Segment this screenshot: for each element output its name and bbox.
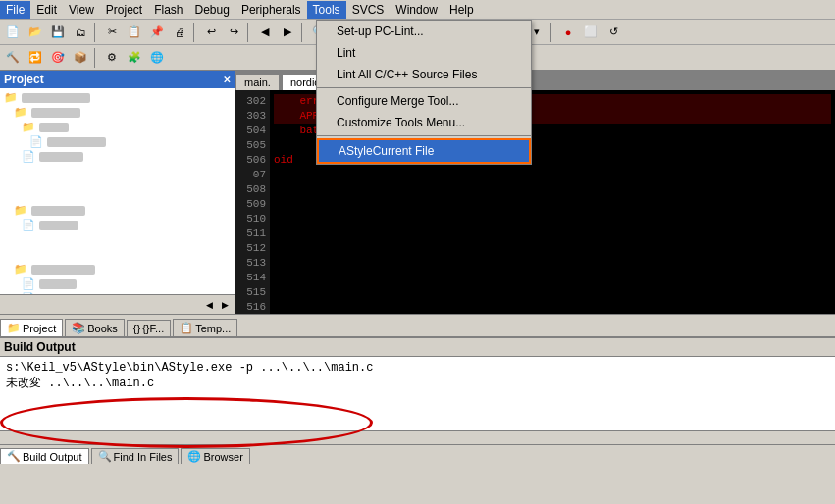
menu-astyle[interactable]: AStyleCurrent File	[317, 138, 531, 164]
build-output-line-1: s:\Keil_v5\AStyle\bin\AStyle.exe -p ...\…	[6, 361, 829, 375]
functions-tab-label: {}F...	[142, 323, 164, 334]
rebuild-btn[interactable]: 🔁	[25, 47, 46, 69]
menubar: File Edit View Project Flash Debug Perip…	[0, 0, 835, 20]
find-tab-label: Find In Files	[114, 451, 173, 463]
tree-label-1	[22, 93, 90, 103]
reset-button[interactable]: ↺	[602, 22, 624, 43]
run-button[interactable]: ●	[557, 22, 579, 43]
toolbar-sep-1	[94, 23, 98, 42]
tools-dropdown-menu[interactable]: Set-up PC-Lint... Lint Lint All C/C++ So…	[316, 20, 532, 165]
tree-item-5[interactable]: 📄	[2, 149, 233, 164]
line-num-0: 302	[239, 94, 266, 109]
sidebar: Project ✕ 📁 📁 📁 📄 📄	[0, 71, 235, 314]
line-num-14: 516	[239, 300, 266, 314]
menu-lint[interactable]: Lint	[317, 42, 531, 64]
target-img-btn[interactable]: 📦	[70, 47, 91, 69]
t2-sep1	[94, 48, 98, 68]
line-num-11: 513	[239, 256, 266, 271]
nav-fwd-button[interactable]: ▶	[277, 22, 298, 43]
tree-item-9[interactable]: 📄	[2, 277, 233, 291]
menu-setup-pclint[interactable]: Set-up PC-Lint...	[317, 21, 531, 42]
tree-item-7[interactable]: 📄	[2, 218, 233, 232]
undo-button[interactable]: ↩	[200, 22, 222, 43]
sidebar-close-button[interactable]: ✕	[223, 75, 231, 85]
horizontal-scrollbar[interactable]	[0, 430, 835, 444]
t2-btn3[interactable]: 🌐	[146, 47, 168, 69]
bottom-tab-build[interactable]: 🔨 Build Output	[0, 448, 89, 464]
redo-button[interactable]: ↪	[223, 22, 244, 43]
sidebar-tab-templates[interactable]: 📋 Temp...	[173, 319, 237, 336]
menu-file[interactable]: File	[0, 1, 30, 19]
sidebar-nav-right[interactable]: ▶	[217, 297, 233, 313]
sidebar-tab-functions[interactable]: {} {}F...	[127, 320, 171, 336]
tree-label-6	[31, 206, 85, 216]
tree-item-4[interactable]: 📄	[2, 134, 233, 149]
tree-label-2	[31, 108, 80, 118]
save-all-button[interactable]: 🗂	[70, 22, 91, 43]
tree-label-5	[39, 152, 83, 162]
sidebar-title-bar: Project ✕	[0, 71, 235, 88]
templates-tab-label: Temp...	[195, 323, 231, 334]
build-btn[interactable]: 🔨	[2, 47, 24, 69]
tree-label-4	[47, 137, 106, 147]
tree-item-8[interactable]: 📁	[2, 262, 233, 277]
print-button[interactable]: 🖨	[169, 22, 190, 43]
line-num-2: 504	[239, 124, 266, 138]
menu-project[interactable]: Project	[100, 1, 148, 19]
sidebar-nav-left[interactable]: ◀	[201, 297, 217, 313]
menu-window[interactable]: Window	[390, 1, 444, 19]
save-button[interactable]: 💾	[47, 22, 69, 43]
line-num-9: 511	[239, 227, 266, 241]
line-num-5: 07	[239, 168, 266, 182]
line-num-7: 509	[239, 197, 266, 212]
menu-view[interactable]: View	[63, 1, 100, 19]
sidebar-tree: 📁 📁 📁 📄 📄 📁	[0, 88, 235, 294]
bottom-tab-bar: 🔨 Build Output 🔍 Find In Files 🌐 Browser	[0, 444, 835, 464]
menu-lint-all[interactable]: Lint All C/C++ Source Files	[317, 64, 531, 85]
menu-svcs[interactable]: SVCS	[346, 1, 391, 19]
target-btn[interactable]: 🎯	[47, 47, 69, 69]
toolbar-sep-2	[193, 23, 197, 42]
bottom-tab-findinfiles[interactable]: 🔍 Find In Files	[91, 448, 180, 464]
build-output-content: s:\Keil_v5\AStyle\bin\AStyle.exe -p ...\…	[0, 357, 835, 430]
tree-label-8	[31, 265, 95, 275]
menu-debug[interactable]: Debug	[189, 1, 235, 19]
paste-button[interactable]: 📌	[146, 22, 168, 43]
tree-item-1[interactable]: 📁	[2, 90, 233, 105]
tab-main[interactable]: main.	[235, 74, 280, 90]
bottom-tab-browser[interactable]: 🌐 Browser	[181, 448, 249, 464]
sidebar-tab-project[interactable]: 📁 Project	[0, 319, 63, 336]
tree-item-6[interactable]: 📁	[2, 203, 233, 218]
sidebar-nav-bar: ◀ ▶	[0, 294, 235, 314]
build-tab-icon: 🔨	[7, 450, 21, 463]
toolbar-sep-6	[550, 23, 554, 42]
line-num-4: 506	[239, 153, 266, 168]
tree-item-3[interactable]: 📁	[2, 120, 233, 134]
menu-configure-merge[interactable]: Configure Merge Tool...	[317, 90, 531, 112]
tree-item-2[interactable]: 📁	[2, 105, 233, 120]
project-tab-icon: 📁	[7, 322, 21, 334]
menu-peripherals[interactable]: Peripherals	[235, 1, 307, 19]
t2-btn2[interactable]: 🧩	[124, 47, 145, 69]
browser-tab-label: Browser	[203, 451, 242, 463]
cut-button[interactable]: ✂	[101, 22, 123, 43]
line-num-10: 512	[239, 241, 266, 256]
menu-help[interactable]: Help	[444, 1, 480, 19]
open-button[interactable]: 📂	[25, 22, 46, 43]
menu-flash[interactable]: Flash	[148, 1, 188, 19]
new-button[interactable]: 📄	[2, 22, 24, 43]
functions-tab-icon: {}	[133, 323, 140, 334]
project-tab-label: Project	[23, 323, 56, 334]
nav-back-button[interactable]: ◀	[254, 22, 276, 43]
menu-tools[interactable]: Tools	[307, 1, 346, 19]
t2-btn1[interactable]: ⚙	[101, 47, 123, 69]
menu-edit[interactable]: Edit	[30, 1, 63, 19]
copy-button[interactable]: 📋	[124, 22, 145, 43]
bottom-panel: Build Output s:\Keil_v5\AStyle\bin\AStyl…	[0, 336, 835, 464]
tree-label-9	[39, 279, 77, 289]
stop-button[interactable]: ⬜	[580, 22, 601, 43]
line-num-6: 508	[239, 182, 266, 197]
sidebar-tab-books[interactable]: 📚 Books	[65, 319, 125, 336]
menu-customize[interactable]: Customize Tools Menu...	[317, 112, 531, 133]
books-tab-label: Books	[87, 323, 118, 334]
